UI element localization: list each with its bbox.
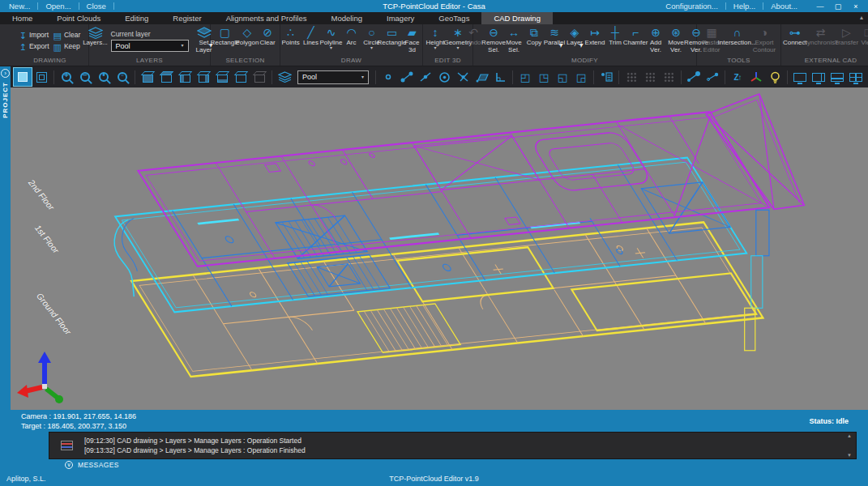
annotation-button[interactable] [597, 68, 615, 86]
new-menu-item[interactable]: New... [3, 2, 36, 11]
close-menu-item[interactable]: Close [81, 2, 112, 11]
log-line: [09:12:30] CAD drawing > Layers > Manage… [84, 436, 306, 446]
snap-midpoint-button[interactable] [417, 68, 434, 86]
corner-tool-2-button[interactable]: ◳ [535, 68, 553, 86]
layers-button[interactable]: Layers... [86, 25, 105, 57]
tab-point-clouds[interactable]: Point Clouds [45, 12, 113, 24]
tab-cad-drawing[interactable]: CAD Drawing [481, 12, 553, 24]
modify-undo-button: ↶Undo [464, 25, 483, 57]
collapse-ribbon-icon[interactable]: ▴ [860, 14, 863, 21]
tab-imagery[interactable]: Imagery [374, 12, 426, 24]
draw-polyline-button[interactable]: ∿Polyline▾ [322, 25, 341, 57]
tab-geotags[interactable]: GeoTags [426, 12, 481, 24]
height-icon: ↕ [433, 26, 438, 39]
selection-window-button[interactable] [32, 68, 50, 86]
view-cube-left-icon [180, 75, 190, 83]
help-menu-item[interactable]: Help... [728, 2, 761, 11]
tab-modeling[interactable]: Modeling [319, 12, 374, 24]
import-button[interactable]: ↧Import [19, 31, 49, 40]
modify-add-vertex-button[interactable]: ⊕Add Ver. [646, 25, 665, 57]
current-layer-select[interactable]: Pool▾ [111, 40, 189, 52]
corner-tool-1-button[interactable]: ◰ [516, 68, 534, 86]
edit3d-height-button[interactable]: ↕Height▾ [425, 25, 445, 57]
measure-segment-2-button[interactable] [703, 68, 721, 86]
view-cube-top-button[interactable] [213, 68, 231, 86]
selection-rectangle-button[interactable]: ▢Rectangle [213, 25, 237, 57]
grid-1-button [622, 68, 640, 86]
selection-polygon-button[interactable]: ◇Polygon [237, 25, 257, 57]
cad-viewport[interactable]: 2nd Floor 1st Floor Ground Floor [11, 87, 868, 410]
view-cube-back-button[interactable] [157, 68, 175, 86]
snap-point-button[interactable] [379, 68, 397, 86]
view-cube-front-button[interactable] [139, 68, 156, 86]
messages-panel-label[interactable]: MESSAGES [78, 461, 119, 469]
viewport-layers-button[interactable] [276, 68, 293, 86]
light-button[interactable] [766, 68, 784, 86]
modify-remove-sel-button[interactable]: ⊖Remove Sel. [484, 25, 503, 57]
messages-scrollbar[interactable]: ▲ ▼ [844, 433, 854, 458]
configuration-menu-item[interactable]: Configuration... [660, 2, 723, 11]
modify-parallel-button[interactable]: ≋Parallel➤ [545, 25, 564, 57]
snap-intersection-button[interactable] [454, 68, 472, 86]
layers-icon [278, 71, 292, 83]
camera-coordinates: Camera : 191.901, 217.655, 14.186 [21, 411, 136, 421]
viewport-layer-select[interactable]: Pool▾ [297, 70, 369, 84]
corner-tool-4-button[interactable]: ◲ [572, 68, 590, 86]
view-cube-bottom-button[interactable] [232, 68, 250, 86]
collapse-messages-icon[interactable]: ∨ [65, 461, 73, 469]
tools-intersection-button[interactable]: ∩Intersection... [725, 25, 750, 57]
modify-chamfer-button[interactable]: ⌐Chamfer [626, 25, 645, 57]
draw-lines-button[interactable]: ╱Lines [301, 25, 321, 57]
view-cube-left-button[interactable] [176, 68, 194, 86]
restore-icon[interactable]: ▢ [829, 2, 847, 11]
layout-single-button[interactable] [791, 68, 809, 86]
zoom-selection-button[interactable]: • [95, 68, 113, 86]
expand-project-panel-icon[interactable]: › [1, 69, 10, 78]
zoom-in-button[interactable]: + [58, 68, 75, 86]
modify-extend-button[interactable]: ↦Extend [585, 25, 605, 57]
open-menu-item[interactable]: Open... [40, 2, 76, 11]
snap-perpendicular-button[interactable] [491, 68, 509, 86]
ribbon-group-layers: Layers... Current layer Pool▾ Set Layer … [89, 24, 211, 66]
view-cube-right-button[interactable] [195, 68, 212, 86]
scroll-up-icon[interactable]: ▲ [847, 433, 852, 438]
close-icon[interactable]: × [847, 2, 865, 11]
layout-quad-button[interactable] [847, 68, 865, 86]
clear-drawing-button[interactable]: ▤Clear [53, 31, 81, 40]
snap-center-button[interactable] [435, 68, 453, 86]
layout-split-vertical-button[interactable] [810, 68, 827, 86]
zoom-out-button[interactable]: − [76, 68, 94, 86]
selection-clear-button[interactable]: ⊘Clear [258, 25, 277, 57]
view-cube-back-icon [161, 75, 172, 83]
z-up-button[interactable]: Z↑ [729, 68, 746, 86]
modify-layer-button[interactable]: ◈Layer➤ [565, 25, 584, 57]
measure-segment-button[interactable] [685, 68, 703, 86]
tab-alignments-profiles[interactable]: Alignments and Profiles [214, 12, 319, 24]
project-side-tab[interactable]: › PROJECT [0, 66, 11, 410]
ribbon-group-drawing: ↧Import ↥Export ▤Clear ▥Keep DRAWING [11, 24, 89, 66]
snap-endpoint-button[interactable] [398, 68, 416, 86]
selection-filled-button[interactable] [14, 68, 32, 86]
modify-move-sel-button[interactable]: ↔Move Sel. [504, 25, 524, 57]
axes-button[interactable] [747, 68, 765, 86]
modify-copy-button[interactable]: ⧉Copy [524, 25, 544, 57]
draw-face3d-button[interactable]: ▰Face 3d [403, 25, 422, 57]
modify-trim-button[interactable]: ┼Trim [605, 25, 625, 57]
corner-tool-3-button[interactable]: ◱ [554, 68, 571, 86]
zoom-extents-button[interactable]: ▫ [113, 68, 131, 86]
keep-drawing-button[interactable]: ▥Keep [53, 42, 81, 51]
draw-arc-button[interactable]: ◠Arc [342, 25, 361, 57]
layout-split-horizontal-button[interactable] [828, 68, 846, 86]
status-bar: Camera : 191.901, 217.655, 14.186 Target… [0, 410, 868, 432]
export-button[interactable]: ↥Export [19, 42, 49, 51]
tab-register[interactable]: Register [160, 12, 213, 24]
scroll-down-icon[interactable]: ▼ [847, 453, 852, 458]
tab-home[interactable]: Home [0, 12, 45, 24]
tab-editing[interactable]: Editing [113, 12, 160, 24]
draw-rectangle-button[interactable]: ▭Rectangle [383, 25, 402, 57]
minimize-icon[interactable]: — [811, 2, 829, 11]
about-menu-item[interactable]: About... [765, 2, 803, 11]
draw-points-button[interactable]: ∴Points [281, 25, 301, 57]
modify-move-vertex-button[interactable]: ⊛Move Ver. [666, 25, 686, 57]
snap-surface-button[interactable] [472, 68, 490, 86]
